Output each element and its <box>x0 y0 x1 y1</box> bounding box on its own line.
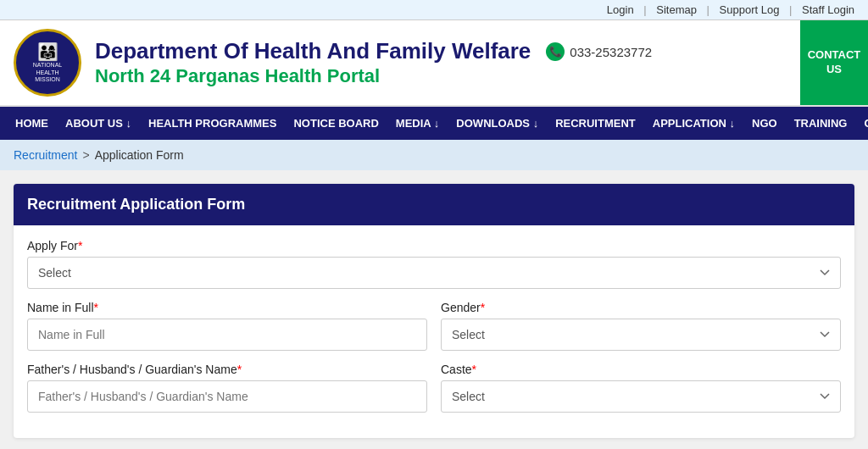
header-title: Department Of Health And Family Welfare <box>95 38 531 64</box>
header-text: Department Of Health And Family Welfare … <box>95 38 854 86</box>
apply-for-select[interactable]: Select <box>27 257 841 289</box>
gender-label: Gender* <box>441 301 841 314</box>
main-nav: HOME ABOUT US ↓ HEALTH PROGRAMMES NOTICE… <box>0 107 868 140</box>
sitemap-link[interactable]: Sitemap <box>656 3 697 16</box>
phone-number: 033-25323772 <box>570 45 652 59</box>
phone-info: 📞 033-25323772 <box>546 42 652 61</box>
father-input[interactable] <box>27 380 427 413</box>
phone-icon: 📞 <box>546 42 565 61</box>
nav-ngo[interactable]: NGO <box>743 107 786 140</box>
site-logo: 👨‍👩‍👧 NATIONALHEALTHMISSION <box>14 29 81 97</box>
nav-application[interactable]: APPLICATION ↓ <box>644 107 743 140</box>
support-log-link[interactable]: Support Log <box>720 3 780 16</box>
caste-select[interactable]: Select <box>441 380 841 413</box>
header-subtitle: North 24 Parganas Health Portal <box>95 65 854 87</box>
apply-for-label: Apply For* <box>27 239 841 252</box>
breadcrumb-separator: > <box>82 148 89 162</box>
nav-recruitment[interactable]: RECRUITMENT <box>547 107 644 140</box>
breadcrumb-recruitment[interactable]: Recruitment <box>14 148 77 162</box>
name-group: Name in Full* <box>27 301 427 351</box>
nav-notice-board[interactable]: NOTICE BOARD <box>285 107 387 140</box>
nav-home[interactable]: HOME <box>7 107 57 140</box>
nav-media[interactable]: MEDIA ↓ <box>387 107 448 140</box>
form-body: Apply For* Select Name in Full* Gender* <box>14 225 854 438</box>
form-header: Recruitment Application Form <box>14 184 854 225</box>
nav-health-programmes[interactable]: HEALTH PROGRAMMES <box>140 107 285 140</box>
caste-group: Caste* Select <box>441 363 841 413</box>
caste-label: Caste* <box>441 363 841 376</box>
gender-select[interactable]: Select <box>441 319 841 351</box>
nav-training[interactable]: TRAINING <box>786 107 856 140</box>
name-gender-row: Name in Full* Gender* Select <box>27 301 841 363</box>
staff-login-link[interactable]: Staff Login <box>802 3 854 16</box>
form-section: Recruitment Application Form Apply For* … <box>14 184 854 438</box>
login-link[interactable]: Login <box>607 3 634 16</box>
breadcrumb-current: Application Form <box>95 148 184 162</box>
apply-for-group: Apply For* Select <box>27 239 841 289</box>
name-label: Name in Full* <box>27 301 427 314</box>
breadcrumb: Recruitment > Application Form <box>0 140 868 170</box>
name-input[interactable] <box>27 319 427 351</box>
contact-us-badge[interactable]: CONTACT US <box>800 20 868 105</box>
gender-group: Gender* Select <box>441 301 841 351</box>
site-header: 👨‍👩‍👧 NATIONALHEALTHMISSION Department O… <box>0 20 868 107</box>
nav-about[interactable]: ABOUT US ↓ <box>57 107 140 140</box>
top-bar: Login | Sitemap | Support Log | Staff Lo… <box>0 0 868 20</box>
father-label: Father's / Husband's / Guardian's Name* <box>27 363 427 376</box>
father-caste-row: Father's / Husband's / Guardian's Name* … <box>27 363 841 424</box>
father-group: Father's / Husband's / Guardian's Name* <box>27 363 427 413</box>
nav-downloads[interactable]: DOWNLOADS ↓ <box>448 107 547 140</box>
nav-contact[interactable]: CONTACT US <box>855 107 868 140</box>
main-content: Recruitment Application Form Apply For* … <box>0 170 868 449</box>
